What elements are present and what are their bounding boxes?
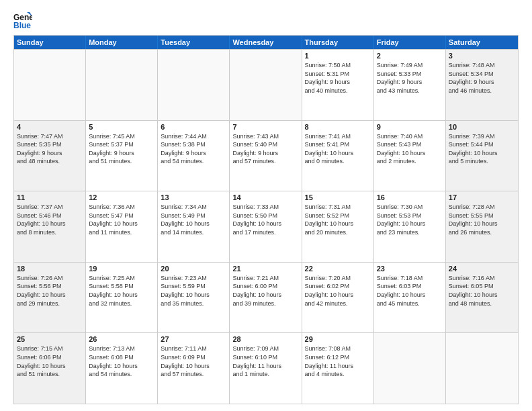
calendar-cell-day-13: 13Sunrise: 7:34 AM Sunset: 5:49 PM Dayli… [158,191,230,262]
day-number: 9 [377,123,443,131]
day-number: 3 [449,52,515,60]
calendar-cell-day-4: 4Sunrise: 7:47 AM Sunset: 5:35 PM Daylig… [14,121,86,191]
calendar-row-2: 4Sunrise: 7:47 AM Sunset: 5:35 PM Daylig… [14,120,518,191]
calendar-cell-empty [374,333,446,404]
day-info: Sunrise: 7:21 AM Sunset: 6:00 PM Dayligh… [232,274,298,308]
calendar-cell-empty [158,50,230,120]
calendar-cell-day-19: 19Sunrise: 7:25 AM Sunset: 5:58 PM Dayli… [86,263,158,333]
day-number: 2 [377,52,443,60]
day-number: 16 [377,193,443,201]
day-info: Sunrise: 7:31 AM Sunset: 5:52 PM Dayligh… [305,203,371,236]
day-number: 28 [232,335,298,343]
day-info: Sunrise: 7:36 AM Sunset: 5:47 PM Dayligh… [89,203,154,236]
day-number: 18 [17,265,83,273]
calendar-cell-day-9: 9Sunrise: 7:40 AM Sunset: 5:43 PM Daylig… [374,121,446,191]
calendar-cell-day-17: 17Sunrise: 7:28 AM Sunset: 5:55 PM Dayli… [446,191,518,262]
day-number: 11 [17,193,83,201]
day-info: Sunrise: 7:48 AM Sunset: 5:34 PM Dayligh… [449,61,515,95]
calendar-header: SundayMondayTuesdayWednesdayThursdayFrid… [14,36,518,49]
day-info: Sunrise: 7:39 AM Sunset: 5:44 PM Dayligh… [449,132,515,166]
day-info: Sunrise: 7:30 AM Sunset: 5:53 PM Dayligh… [377,203,443,236]
calendar-row-3: 11Sunrise: 7:37 AM Sunset: 5:46 PM Dayli… [14,191,518,262]
calendar-cell-day-1: 1Sunrise: 7:50 AM Sunset: 5:31 PM Daylig… [302,50,374,120]
day-number: 7 [232,123,298,131]
day-info: Sunrise: 7:49 AM Sunset: 5:33 PM Dayligh… [377,61,443,95]
calendar-cell-empty [86,50,158,120]
day-info: Sunrise: 7:11 AM Sunset: 6:09 PM Dayligh… [161,345,226,378]
day-number: 24 [449,265,515,273]
day-number: 1 [305,52,371,60]
weekday-header-wednesday: Wednesday [230,36,302,49]
day-info: Sunrise: 7:09 AM Sunset: 6:10 PM Dayligh… [232,345,298,378]
day-info: Sunrise: 7:33 AM Sunset: 5:50 PM Dayligh… [232,203,298,236]
day-info: Sunrise: 7:43 AM Sunset: 5:40 PM Dayligh… [232,132,298,166]
svg-text:Blue: Blue [13,21,31,30]
day-info: Sunrise: 7:37 AM Sunset: 5:46 PM Dayligh… [17,203,83,236]
day-number: 19 [89,265,154,273]
calendar-cell-day-10: 10Sunrise: 7:39 AM Sunset: 5:44 PM Dayli… [446,121,518,191]
calendar-cell-day-5: 5Sunrise: 7:45 AM Sunset: 5:37 PM Daylig… [86,121,158,191]
day-info: Sunrise: 7:45 AM Sunset: 5:37 PM Dayligh… [89,132,154,166]
calendar-cell-day-22: 22Sunrise: 7:20 AM Sunset: 6:02 PM Dayli… [302,263,374,333]
day-number: 21 [232,265,298,273]
weekday-header-monday: Monday [86,36,158,49]
weekday-header-thursday: Thursday [302,36,374,49]
day-number: 8 [305,123,371,131]
calendar-cell-day-26: 26Sunrise: 7:13 AM Sunset: 6:08 PM Dayli… [86,333,158,404]
header: General Blue [13,11,519,30]
day-number: 20 [161,265,226,273]
calendar-cell-day-24: 24Sunrise: 7:16 AM Sunset: 6:05 PM Dayli… [446,263,518,333]
calendar-cell-day-14: 14Sunrise: 7:33 AM Sunset: 5:50 PM Dayli… [230,191,302,262]
calendar-cell-day-8: 8Sunrise: 7:41 AM Sunset: 5:41 PM Daylig… [302,121,374,191]
calendar-row-4: 18Sunrise: 7:26 AM Sunset: 5:56 PM Dayli… [14,262,518,333]
calendar-cell-day-6: 6Sunrise: 7:44 AM Sunset: 5:38 PM Daylig… [158,121,230,191]
logo: General Blue [13,11,35,30]
calendar: SundayMondayTuesdayWednesdayThursdayFrid… [13,35,519,404]
logo-icon: General Blue [13,11,32,30]
day-info: Sunrise: 7:23 AM Sunset: 5:59 PM Dayligh… [161,274,226,308]
day-number: 26 [89,335,154,343]
calendar-cell-day-15: 15Sunrise: 7:31 AM Sunset: 5:52 PM Dayli… [302,191,374,262]
calendar-cell-day-7: 7Sunrise: 7:43 AM Sunset: 5:40 PM Daylig… [230,121,302,191]
day-info: Sunrise: 7:28 AM Sunset: 5:55 PM Dayligh… [449,203,515,236]
calendar-cell-day-2: 2Sunrise: 7:49 AM Sunset: 5:33 PM Daylig… [374,50,446,120]
day-number: 12 [89,193,154,201]
calendar-row-5: 25Sunrise: 7:15 AM Sunset: 6:06 PM Dayli… [14,332,518,404]
calendar-cell-empty [230,50,302,120]
day-number: 22 [305,265,371,273]
calendar-cell-empty [14,50,86,120]
calendar-cell-day-23: 23Sunrise: 7:18 AM Sunset: 6:03 PM Dayli… [374,263,446,333]
day-number: 14 [232,193,298,201]
weekday-header-friday: Friday [374,36,446,49]
day-number: 5 [89,123,154,131]
calendar-cell-day-3: 3Sunrise: 7:48 AM Sunset: 5:34 PM Daylig… [446,50,518,120]
calendar-cell-day-20: 20Sunrise: 7:23 AM Sunset: 5:59 PM Dayli… [158,263,230,333]
calendar-cell-day-28: 28Sunrise: 7:09 AM Sunset: 6:10 PM Dayli… [230,333,302,404]
day-number: 13 [161,193,226,201]
day-info: Sunrise: 7:40 AM Sunset: 5:43 PM Dayligh… [377,132,443,166]
calendar-cell-day-18: 18Sunrise: 7:26 AM Sunset: 5:56 PM Dayli… [14,263,86,333]
day-number: 6 [161,123,226,131]
day-number: 4 [17,123,83,131]
day-info: Sunrise: 7:41 AM Sunset: 5:41 PM Dayligh… [305,132,371,166]
calendar-cell-day-12: 12Sunrise: 7:36 AM Sunset: 5:47 PM Dayli… [86,191,158,262]
day-info: Sunrise: 7:08 AM Sunset: 6:12 PM Dayligh… [305,345,371,378]
day-info: Sunrise: 7:16 AM Sunset: 6:05 PM Dayligh… [449,274,515,308]
calendar-cell-day-25: 25Sunrise: 7:15 AM Sunset: 6:06 PM Dayli… [14,333,86,404]
weekday-header-sunday: Sunday [14,36,86,49]
day-info: Sunrise: 7:18 AM Sunset: 6:03 PM Dayligh… [377,274,443,308]
day-info: Sunrise: 7:50 AM Sunset: 5:31 PM Dayligh… [305,61,371,95]
calendar-cell-empty [446,333,518,404]
calendar-cell-day-29: 29Sunrise: 7:08 AM Sunset: 6:12 PM Dayli… [302,333,374,404]
day-number: 25 [17,335,83,343]
day-info: Sunrise: 7:44 AM Sunset: 5:38 PM Dayligh… [161,132,226,166]
calendar-row-1: 1Sunrise: 7:50 AM Sunset: 5:31 PM Daylig… [14,49,518,120]
day-info: Sunrise: 7:47 AM Sunset: 5:35 PM Dayligh… [17,132,83,166]
day-info: Sunrise: 7:34 AM Sunset: 5:49 PM Dayligh… [161,203,226,236]
calendar-body: 1Sunrise: 7:50 AM Sunset: 5:31 PM Daylig… [14,49,518,404]
calendar-cell-day-16: 16Sunrise: 7:30 AM Sunset: 5:53 PM Dayli… [374,191,446,262]
day-number: 29 [305,335,371,343]
day-info: Sunrise: 7:13 AM Sunset: 6:08 PM Dayligh… [89,345,154,378]
weekday-header-tuesday: Tuesday [158,36,230,49]
day-info: Sunrise: 7:25 AM Sunset: 5:58 PM Dayligh… [89,274,154,308]
